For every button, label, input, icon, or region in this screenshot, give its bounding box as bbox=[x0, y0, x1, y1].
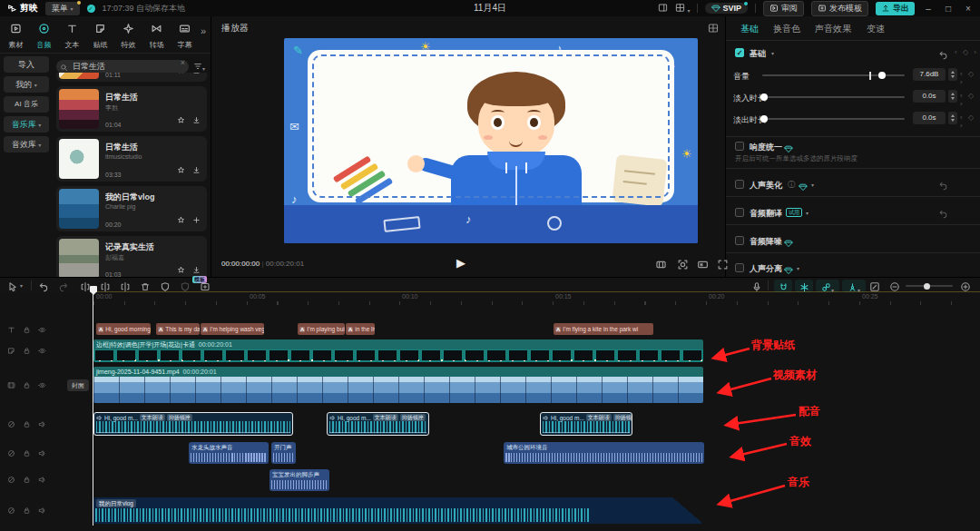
tab-transition[interactable]: 转场 bbox=[142, 16, 171, 53]
audio-translate-checkbox[interactable] bbox=[735, 208, 744, 217]
lock-icon[interactable] bbox=[23, 420, 31, 428]
mute-icon[interactable] bbox=[7, 506, 15, 515]
fade-in-stepper[interactable] bbox=[948, 90, 957, 103]
text-clip[interactable]: Ain the liv bbox=[346, 323, 375, 335]
sfx-clip[interactable]: 水龙头放水声音 bbox=[189, 442, 269, 464]
loudness-checkbox[interactable] bbox=[735, 142, 744, 151]
layout-icon[interactable] bbox=[658, 3, 668, 15]
workspace-layout-icon[interactable]: ▾ bbox=[675, 3, 691, 15]
favorite-star-icon[interactable] bbox=[177, 162, 185, 178]
vocal-separate-checkbox[interactable] bbox=[735, 263, 744, 272]
tab-basic[interactable]: 基础 bbox=[740, 23, 759, 35]
music-card[interactable]: 日常生活 李胜 01:04 bbox=[56, 86, 207, 132]
search-input[interactable] bbox=[56, 60, 189, 74]
fit-canvas-icon[interactable] bbox=[677, 258, 689, 274]
sidebar-item-music-library[interactable]: 音乐库 ▾ bbox=[4, 116, 49, 133]
timeline-zoom-handle[interactable] bbox=[924, 283, 930, 290]
undo-icon[interactable] bbox=[38, 280, 49, 296]
sticker-clip-header[interactable]: 边框|特效|调色|开学|开场|花边|卡通 00:00:20:01 bbox=[93, 339, 703, 349]
preview-axis-toggle[interactable]: ▾ bbox=[842, 280, 866, 292]
quality-icon[interactable] bbox=[697, 258, 709, 274]
sidebar-item-mine[interactable]: 我的 ▾ bbox=[4, 76, 49, 93]
sticker-clip-filmstrip[interactable] bbox=[93, 349, 703, 362]
timeline-ruler[interactable]: 00:00 00:05 00:10 00:15 00:20 00:25 bbox=[91, 292, 980, 305]
cover-button[interactable]: 封面 bbox=[67, 379, 89, 391]
music-card[interactable]: 01:11 bbox=[56, 73, 207, 82]
tab-sound-effects[interactable]: 声音效果 bbox=[815, 23, 851, 35]
fade-in-slider-handle[interactable] bbox=[760, 93, 768, 101]
sfx-clip[interactable]: 宝宝发出的脚步声 bbox=[270, 469, 329, 491]
fade-out-value[interactable]: 0.0s bbox=[913, 112, 946, 124]
denoise-checkbox[interactable] bbox=[735, 236, 744, 245]
text-clip[interactable]: AHi, good morning eve bbox=[96, 323, 151, 335]
volume-slider[interactable] bbox=[762, 74, 905, 76]
mute-icon[interactable] bbox=[7, 420, 15, 428]
voiceover-clip[interactable]: Hi, good m...文本朗读抑扬顿挫 bbox=[540, 412, 632, 436]
publish-template-button[interactable]: 发布模板 bbox=[811, 1, 868, 16]
tab-text[interactable]: 文本 bbox=[58, 16, 86, 53]
sidebar-item-import[interactable]: 导入 bbox=[4, 56, 49, 73]
keyframe-nav[interactable]: ‹ ◇ › bbox=[960, 113, 980, 130]
lock-icon[interactable] bbox=[23, 347, 31, 355]
keyframe-nav[interactable]: ‹ ◇ › bbox=[955, 48, 978, 56]
link-toggle[interactable]: ▾ bbox=[816, 280, 839, 292]
lock-icon[interactable] bbox=[23, 449, 31, 457]
volume-stepper[interactable] bbox=[948, 68, 957, 81]
sidebar-item-sfx-library[interactable]: 音效库 ▾ bbox=[4, 136, 49, 152]
fade-out-slider-handle[interactable] bbox=[760, 115, 768, 123]
chevron-down-icon[interactable]: ▾ bbox=[806, 210, 808, 216]
mute-icon[interactable] bbox=[7, 476, 15, 484]
timeline-zoom-slider[interactable] bbox=[906, 285, 953, 287]
chevron-down-icon[interactable]: ▾ bbox=[771, 50, 774, 56]
more-tabs-chevron[interactable]: » bbox=[201, 25, 206, 36]
favorite-star-icon[interactable] bbox=[177, 211, 185, 228]
favorite-star-icon[interactable] bbox=[177, 261, 185, 277]
magnet-snap-toggle[interactable] bbox=[774, 280, 792, 292]
keyframe-nav[interactable]: ‹ ◇ › bbox=[960, 70, 980, 86]
video-clip-filmstrip[interactable] bbox=[93, 377, 703, 403]
fade-out-stepper[interactable] bbox=[948, 112, 957, 124]
ratio-icon[interactable] bbox=[655, 258, 667, 274]
speaker-icon[interactable] bbox=[38, 420, 46, 428]
minimize-button[interactable]: – bbox=[922, 4, 935, 14]
download-icon[interactable] bbox=[192, 162, 201, 178]
svip-button[interactable]: SVIP bbox=[705, 3, 748, 14]
reset-icon[interactable] bbox=[938, 178, 948, 194]
tab-captions[interactable]: 字幕 bbox=[171, 16, 199, 53]
music-card[interactable]: 我的日常vlog Charlie pig 00:20 bbox=[56, 186, 207, 231]
fade-out-slider[interactable] bbox=[762, 118, 905, 120]
music-card[interactable]: 记录真实生活 彭福嘉 01:03 bbox=[56, 236, 207, 277]
chevron-down-icon[interactable]: ▾ bbox=[797, 265, 799, 271]
sfx-clip[interactable]: 开门声 bbox=[271, 442, 296, 464]
select-tool-chevron[interactable]: ▾ bbox=[20, 282, 23, 289]
tab-sticker[interactable]: 贴纸 bbox=[86, 16, 114, 53]
add-to-timeline-icon[interactable] bbox=[192, 211, 201, 228]
speaker-icon[interactable] bbox=[38, 506, 46, 515]
text-clip[interactable]: AI'm playing buildin bbox=[298, 323, 345, 335]
play-button[interactable]: ▶ bbox=[456, 256, 466, 270]
eye-icon[interactable] bbox=[38, 381, 46, 389]
text-clip[interactable]: AI'm helping wash vegeta bbox=[201, 323, 264, 335]
voiceover-clip[interactable]: Hi, good m...文本朗读抑扬顿挫 bbox=[327, 412, 429, 436]
basic-checkbox[interactable]: ✓ bbox=[735, 48, 744, 57]
text-clip[interactable]: AI'm flying a kite in the park wi bbox=[554, 323, 653, 335]
sfx-clip[interactable]: 城市公园环境音 bbox=[504, 442, 704, 464]
video-clip-header[interactable]: jimeng-2025-11-04-9451.mp4 00:00:20:01 bbox=[93, 367, 703, 377]
text-clip[interactable]: AThis is my daily bbox=[156, 323, 200, 335]
volume-slider-handle[interactable] bbox=[878, 72, 886, 79]
lock-icon[interactable] bbox=[23, 476, 31, 484]
tab-audio[interactable]: 音频 bbox=[30, 16, 58, 53]
keyframe-nav[interactable]: ‹ ◇ › bbox=[960, 92, 980, 108]
lock-icon[interactable] bbox=[23, 506, 31, 515]
close-button[interactable]: × bbox=[962, 4, 975, 14]
eye-icon[interactable] bbox=[38, 347, 46, 355]
favorite-star-icon[interactable] bbox=[177, 73, 185, 78]
review-button[interactable]: 审阅 bbox=[763, 1, 804, 16]
tab-voice-change[interactable]: 换音色 bbox=[773, 23, 800, 35]
player-display-grid-icon[interactable] bbox=[708, 21, 719, 37]
download-icon[interactable] bbox=[192, 112, 201, 128]
tab-speed[interactable]: 变速 bbox=[867, 23, 885, 35]
fade-in-slider[interactable] bbox=[762, 96, 905, 98]
eye-icon[interactable] bbox=[38, 326, 46, 334]
info-icon[interactable]: ⓘ bbox=[788, 180, 795, 190]
